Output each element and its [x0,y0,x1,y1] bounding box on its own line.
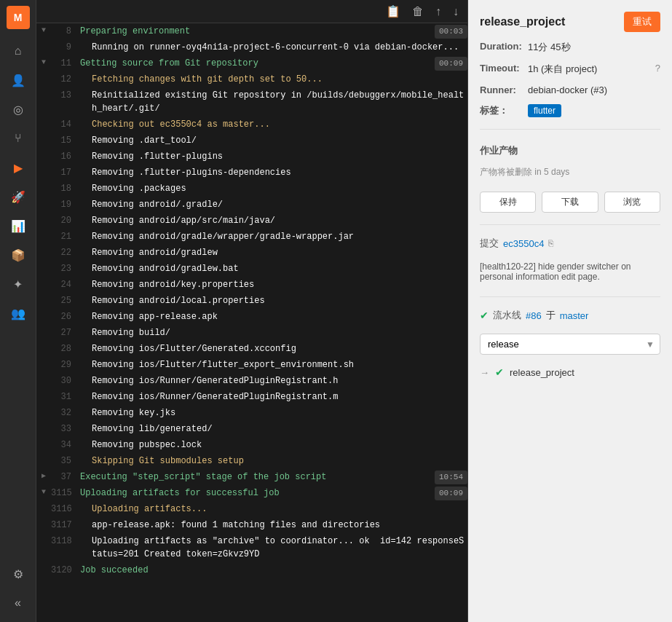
branch-link[interactable]: master [560,310,589,321]
log-expand-icon [36,197,51,198]
release-project-check-icon: ✔ [495,366,504,378]
log-line: 3118Uploading artifacts as "archive" to … [36,533,467,562]
log-line-text: Removing android/gradlew.bat [80,261,467,277]
log-line-number: 3116 [51,501,80,516]
log-line-number: 31 [51,389,80,403]
log-duration-badge: 00:03 [435,25,467,39]
tags-row: 标签： flutter [480,104,660,117]
log-expand-icon[interactable]: ▶ [36,469,51,481]
log-line-text: Removing android/local.properties [80,293,467,309]
log-line-number: 3120 [51,562,80,577]
panel-title: release_project [480,15,565,28]
log-duration-badge: 10:54 [435,471,467,484]
log-line-number: 9 [51,39,80,54]
artifact-expiry-info: 产物将被删除 in 5 days [480,166,660,178]
log-line-text: Uploading artifacts as "archive" to coor… [80,533,467,562]
log-expand-icon [36,533,51,535]
log-line-text: Fetching changes with git depth set to 5… [80,71,467,87]
branch-select[interactable]: release [480,334,660,355]
timeout-value: 1h (来自 project) [528,63,651,76]
log-line-text: Removing android/key.properties [80,277,467,293]
log-line: 3120Job succeeded [36,562,467,578]
log-line: 27Removing build/ [36,325,467,341]
log-area: 📋 🗑 ↑ ↓ ▼8Preparing environment00:039Run… [36,0,468,622]
log-line-number: 37 [51,469,80,484]
runner-row: Runner: debian-docker (#3) [480,84,660,95]
log-line-text: Removing .dart_tool/ [80,133,467,149]
merge-icon[interactable]: ⑂ [5,125,31,151]
settings-icon[interactable]: ⚙ [5,561,31,587]
pipeline-icon[interactable]: ▶ [5,154,31,181]
scroll-down-icon[interactable]: ↓ [450,4,462,20]
runner-label: Runner: [480,84,523,95]
log-line-text: Getting source from Git repository [80,55,429,71]
log-line: 31Removing ios/Runner/GeneratedPluginReg… [36,389,467,405]
log-line: ▼3115Uploading artifacts for successful … [36,485,467,501]
timeout-label: Timeout: [480,63,523,74]
browse-button[interactable]: 浏览 [604,192,660,213]
related-jobs-row: → ✔ release_project [480,366,660,378]
log-line-number: 20 [51,213,80,227]
log-line-number: 19 [51,197,80,211]
log-line: 22Removing android/gradlew [36,245,467,261]
timeout-help-icon[interactable]: ? [655,63,660,74]
log-line-number: 11 [51,55,80,70]
pipeline-number-link[interactable]: #86 [526,310,542,321]
release-project-link[interactable]: release_project [510,367,574,378]
package-icon[interactable]: 📦 [5,242,31,268]
log-line-text: Removing .packages [80,181,467,197]
log-line-number: 25 [51,293,80,307]
log-line-text: Uploading artifacts for successful job [80,485,429,501]
user-icon[interactable]: 👤 [5,67,31,93]
deploy-icon[interactable]: 🚀 [5,184,31,210]
log-line-number: 21 [51,229,80,243]
log-line-number: 14 [51,117,80,131]
keep-button[interactable]: 保持 [480,192,536,213]
log-expand-icon [36,71,51,73]
log-line-number: 3115 [51,485,80,500]
log-expand-icon[interactable]: ▼ [36,55,51,68]
copy-icon[interactable]: ⎘ [548,238,553,248]
group-icon[interactable]: 👥 [5,300,31,326]
log-expand-icon [36,437,51,438]
log-line: 3117app-release.apk: found 1 matching fi… [36,517,467,533]
log-line-number: 28 [51,341,80,355]
log-line: ▶37Executing "step_script" stage of the … [36,469,467,485]
security-icon[interactable]: ✦ [5,271,31,297]
commit-label: 提交 [480,237,499,250]
log-line: 14Checking out ec3550c4 as master... [36,117,467,133]
log-line-text: Running on runner-oyq4ni1a-project-6-con… [80,39,467,55]
log-expand-icon [36,562,51,564]
log-expand-icon[interactable]: ▼ [36,485,51,497]
download-button[interactable]: 下载 [542,192,598,213]
pipeline-check-icon: ✔ [480,310,489,321]
commit-hash-link[interactable]: ec3550c4 [503,238,544,249]
log-line-text: Removing pubspec.lock [80,437,467,453]
log-line-text: Checking out ec3550c4 as master... [80,117,467,133]
log-line: 35Skipping Git submodules setup [36,453,467,469]
scroll-icon[interactable]: 📋 [383,3,403,20]
log-expand-icon [36,245,51,246]
issues-icon[interactable]: ◎ [5,96,31,122]
home-icon[interactable]: ⌂ [5,38,31,64]
log-duration-badge: 00:09 [435,57,467,71]
commit-row: 提交 ec3550c4 ⎘ [480,237,660,250]
runner-value: debian-docker (#3) [528,84,660,95]
retry-button[interactable]: 重试 [624,12,660,32]
log-line: ▼8Preparing environment00:03 [36,23,467,39]
divider-2 [480,224,660,225]
log-line-number: 12 [51,71,80,86]
log-line-number: 34 [51,437,80,452]
log-expand-icon[interactable]: ▼ [36,23,51,36]
collapse-icon[interactable]: « [5,590,31,616]
scroll-up-icon[interactable]: ↑ [432,4,444,20]
log-line: 16Removing .flutter-plugins [36,149,467,165]
log-toolbar: 📋 🗑 ↑ ↓ [36,0,467,23]
logo: M [7,6,30,29]
log-duration-badge: 00:09 [435,487,467,500]
panel-header: release_project 重试 [480,12,660,32]
trash-icon[interactable]: 🗑 [409,4,427,20]
graph-icon[interactable]: 📊 [5,213,31,239]
log-line-text: Executing "step_script" stage of the job… [80,469,429,485]
log-expand-icon [36,261,51,262]
